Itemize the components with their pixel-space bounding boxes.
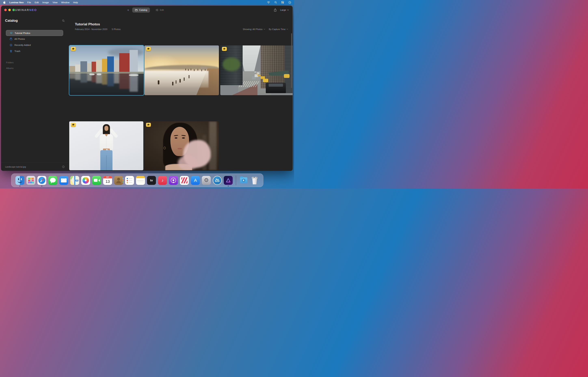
photo-thumbnail-portrait-pink-tulle[interactable] <box>144 121 219 170</box>
dock-music-icon[interactable]: ♪ <box>158 176 167 185</box>
thumbnail-size-dropdown[interactable]: Large <box>280 9 289 11</box>
dock-launchpad-icon[interactable] <box>26 176 35 185</box>
sidebar-item-tutorial-photos[interactable]: Tutorial Photos <box>6 30 63 36</box>
download-arrow <box>242 178 245 182</box>
close-window-button[interactable] <box>4 9 7 11</box>
album-date-range: February 2014 - November 2020 <box>75 28 108 30</box>
photos-stack-icon <box>10 37 12 40</box>
tutorial-badge-icon <box>71 47 76 51</box>
running-indicator <box>41 186 42 187</box>
app-logo: LUMINARNEO <box>13 8 37 12</box>
apple-menu[interactable] <box>3 1 5 4</box>
sidebar-title: Catalog <box>5 19 18 23</box>
dock-app-store-icon[interactable]: A <box>191 176 200 185</box>
menu-item-view[interactable]: View <box>51 1 60 4</box>
sidebar-header: Catalog <box>5 19 65 23</box>
menu-item-app[interactable]: Luminar Neo <box>8 1 25 4</box>
reminders-lines <box>129 178 132 179</box>
music-note-glyph: ♪ <box>161 178 164 183</box>
minimize-window-button[interactable] <box>8 9 11 11</box>
app-store-glyph: A <box>194 178 197 183</box>
app-logo-neo: NEO <box>29 8 37 12</box>
menu-item-window[interactable]: Window <box>59 1 71 4</box>
menu-bar: Luminar Neo File Edit Image View Window … <box>0 0 294 5</box>
dock-trash-icon[interactable] <box>250 176 259 185</box>
dock-finder-icon[interactable] <box>15 176 24 185</box>
dock-reminders-icon[interactable] <box>125 176 134 185</box>
album-photo-count: 5 Photos <box>112 28 120 30</box>
info-icon[interactable] <box>62 165 65 168</box>
share-icon[interactable] <box>274 8 277 12</box>
tab-edit[interactable]: Edit <box>153 8 167 12</box>
dock-podcasts-icon[interactable] <box>169 176 178 185</box>
menu-item-edit[interactable]: Edit <box>33 1 41 4</box>
mountain-logo <box>215 178 220 183</box>
dock-luminar-icon[interactable] <box>213 176 222 185</box>
album-title: Tutorial Photos <box>75 22 120 26</box>
dock-safari-icon[interactable] <box>37 176 46 185</box>
photo-thumbnail-beach-sunset[interactable] <box>144 46 219 95</box>
dock-messages-icon[interactable] <box>48 176 57 185</box>
dock-contacts-icon[interactable] <box>114 176 123 185</box>
tutorial-badge-icon <box>222 47 227 51</box>
sidebar-section-albums[interactable]: Albums <box>6 67 14 69</box>
selected-filename: Landscape tutorial.jpg <box>5 165 26 168</box>
plus-circle-icon <box>10 44 12 47</box>
calendar-month: SEP <box>103 176 112 178</box>
dock-luminar-neo-icon[interactable] <box>224 176 233 185</box>
tutorial-badge-icon <box>146 123 151 127</box>
running-indicator <box>20 186 20 187</box>
dock-calendar-icon[interactable]: SEP 13 <box>103 176 112 185</box>
album-meta: February 2014 - November 2020 5 Photos <box>75 28 120 30</box>
menu-item-file[interactable]: File <box>25 1 33 4</box>
add-photos-button[interactable]: + <box>127 8 129 12</box>
dock-news-icon[interactable] <box>180 176 189 185</box>
menu-bar-status-area <box>267 0 291 5</box>
vertical-scrollbar[interactable] <box>291 33 292 88</box>
neo-triangle-logo <box>226 178 231 183</box>
sidebar-item-all-photos[interactable]: All Photos <box>6 36 63 42</box>
wifi-icon[interactable] <box>267 1 270 4</box>
sidebar-item-label: Trash <box>14 50 20 52</box>
sidebar-item-label: Recently Added <box>14 44 31 46</box>
dock-downloads-icon[interactable] <box>239 176 248 185</box>
menu-item-help[interactable]: Help <box>71 1 80 4</box>
search-icon[interactable] <box>274 1 277 4</box>
adjustments-icon <box>156 9 158 11</box>
control-center-icon[interactable] <box>281 1 284 4</box>
graduation-cap-icon <box>10 32 12 35</box>
sidebar-footer: Landscape tutorial.jpg <box>1 162 68 171</box>
menu-item-image[interactable]: Image <box>41 1 51 4</box>
dock-separator <box>236 176 236 185</box>
sidebar-item-trash[interactable]: Trash <box>6 48 63 54</box>
clock-icon[interactable] <box>288 1 291 4</box>
sidebar-item-recently-added[interactable]: Recently Added <box>6 42 63 48</box>
calendar-day: 13 <box>103 178 112 185</box>
dock-system-settings-icon[interactable]: ⚙ <box>202 176 211 185</box>
sort-order-dropdown[interactable]: By Capture Time <box>269 28 288 30</box>
tutorial-badge-icon <box>71 123 76 127</box>
dock-notes-icon[interactable] <box>136 176 145 185</box>
photo-thumbnail-woman-white-blouse[interactable] <box>69 121 143 170</box>
showing-filter-label: Showing: All Photos <box>243 28 263 30</box>
photo-thumbnail-city-street[interactable] <box>220 46 293 95</box>
tab-catalog[interactable]: Catalog <box>132 8 150 12</box>
showing-filter-dropdown[interactable]: Showing: All Photos <box>243 28 265 30</box>
dock-photos-icon[interactable] <box>81 176 90 185</box>
mode-tabs: + Catalog Edit <box>127 6 166 14</box>
photo-thumbnail-canal-houses[interactable] <box>69 46 144 95</box>
sidebar-section-folders[interactable]: Folders <box>6 61 14 64</box>
luminar-neo-window: LUMINARNEO + Catalog Edit Large <box>1 6 293 171</box>
dock: 280 SEP 13 tv ♪ A ⚙ <box>11 174 263 187</box>
trash-icon <box>10 50 12 53</box>
contacts-tabs <box>123 178 123 179</box>
apple-tv-label: tv <box>150 178 153 182</box>
sidebar-search-icon[interactable] <box>62 19 65 22</box>
photo-content <box>69 46 144 73</box>
dock-mail-icon[interactable] <box>59 176 68 185</box>
tutorial-badge-icon <box>146 47 151 51</box>
dock-apple-tv-icon[interactable]: tv <box>147 176 156 185</box>
dock-facetime-icon[interactable] <box>92 176 101 185</box>
dock-maps-icon[interactable]: 280 <box>70 176 79 185</box>
photo-grid-area: Tutorial Photos February 2014 - November… <box>68 14 293 171</box>
